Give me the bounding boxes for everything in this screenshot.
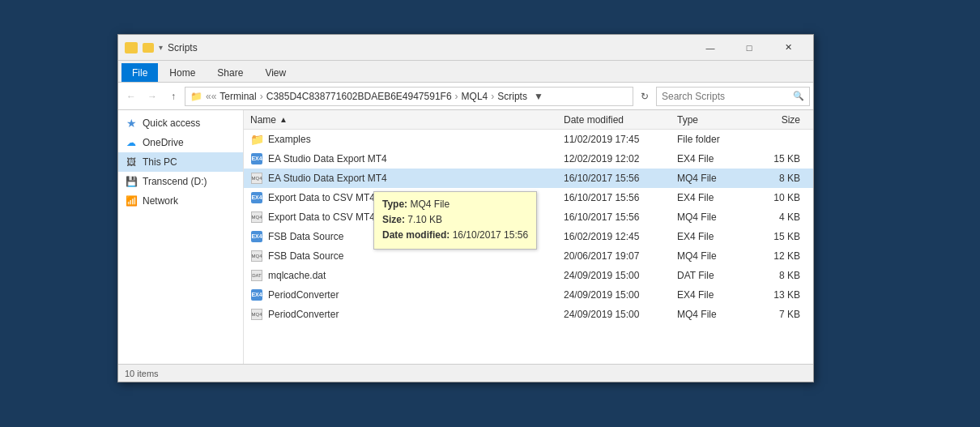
- address-path[interactable]: 📁 «« Terminal › C385D4C838771602BDAEB6E4…: [185, 87, 633, 106]
- file-name: EA Studio Data Export MT4: [268, 153, 564, 164]
- tab-home[interactable]: Home: [159, 63, 206, 82]
- star-icon: ★: [125, 117, 138, 130]
- file-size: 7 KB: [758, 309, 807, 320]
- window-title: Scripts: [168, 42, 198, 53]
- folder-icon-small: [143, 43, 154, 53]
- network-icon: 📶: [125, 194, 138, 207]
- up-button[interactable]: ↑: [164, 87, 183, 106]
- col-header-date[interactable]: Date modified: [564, 114, 677, 126]
- tooltip-type-label: Type:: [382, 199, 407, 210]
- sidebar-item-quick-access[interactable]: ★ Quick access: [118, 113, 243, 133]
- file-type: EX4 File: [677, 289, 758, 301]
- ribbon: File Home Share View: [118, 61, 813, 83]
- file-type: MQ4 File: [677, 211, 758, 223]
- sidebar-item-transcend[interactable]: 💾 Transcend (D:): [118, 172, 243, 191]
- path-hash[interactable]: C385D4C838771602BDAEB6E4947591F6: [266, 91, 452, 102]
- path-separator-1: ««: [206, 91, 216, 102]
- folder-icon-large: [125, 42, 138, 53]
- sidebar-item-this-pc[interactable]: 🖼 This PC: [118, 152, 243, 172]
- file-row-selected[interactable]: MQ4 EA Studio Data Export MT4 16/10/2017…: [244, 169, 813, 188]
- refresh-button[interactable]: ↻: [635, 87, 654, 106]
- path-icon: 📁: [190, 91, 202, 102]
- file-list: Name ▲ Date modified Type Size 📁 Example…: [244, 110, 813, 364]
- col-header-type[interactable]: Type: [677, 114, 758, 126]
- chevron-2: ›: [455, 91, 458, 102]
- path-mql4[interactable]: MQL4: [462, 91, 488, 102]
- close-button[interactable]: ✕: [769, 35, 807, 61]
- ex4-icon: EX4: [250, 288, 263, 301]
- file-date: 11/02/2019 17:45: [564, 134, 677, 145]
- sort-arrow: ▲: [279, 115, 288, 124]
- file-row[interactable]: 📁 Examples 11/02/2019 17:45 File folder: [244, 130, 813, 149]
- file-size: 8 KB: [758, 173, 807, 184]
- file-size: 12 KB: [758, 250, 807, 262]
- search-box[interactable]: 🔍: [656, 87, 810, 106]
- tooltip-type-value: MQ4 File: [410, 199, 450, 210]
- file-row[interactable]: MQ4 PeriodConverter 24/09/2019 15:00 MQ4…: [244, 305, 813, 324]
- maximize-button[interactable]: □: [731, 35, 768, 61]
- pc-icon: 🖼: [125, 156, 138, 169]
- file-tooltip: Type: MQ4 File Size: 7.10 KB Date modifi…: [373, 191, 537, 250]
- file-name: PeriodConverter: [268, 289, 564, 301]
- col-header-size[interactable]: Size: [758, 114, 807, 126]
- file-size: 15 KB: [758, 153, 807, 164]
- file-type: File folder: [677, 134, 758, 145]
- file-type: MQ4 File: [677, 250, 758, 262]
- forward-button[interactable]: →: [143, 87, 162, 106]
- tooltip-size-value: 7.10 KB: [407, 214, 442, 225]
- file-type: EX4 File: [677, 192, 758, 203]
- title-bar: ▾ Scripts — □ ✕: [118, 35, 813, 61]
- file-row[interactable]: MQ4 FSB Data Source 20/06/2017 19:07 MQ4…: [244, 246, 813, 266]
- file-row[interactable]: EX4 EA Studio Data Export MT4 12/02/2019…: [244, 149, 813, 169]
- tooltip-date-label: Date modified:: [382, 229, 450, 241]
- file-type: EX4 File: [677, 153, 758, 164]
- file-row[interactable]: EX4 PeriodConverter 24/09/2019 15:00 EX4…: [244, 285, 813, 305]
- sidebar-label-network: Network: [143, 195, 178, 207]
- sidebar-item-onedrive[interactable]: ☁ OneDrive: [118, 133, 243, 152]
- search-input[interactable]: [662, 91, 793, 102]
- tab-view[interactable]: View: [254, 63, 296, 82]
- mq4-icon: MQ4: [250, 172, 263, 185]
- file-name: EA Studio Data Export MT4: [268, 173, 564, 184]
- file-date: 20/06/2017 19:07: [564, 250, 677, 262]
- file-explorer-window: ▾ Scripts — □ ✕ File Home Share View ← →…: [117, 34, 814, 382]
- sidebar-label-transcend: Transcend (D:): [143, 176, 207, 187]
- mq4-icon: MQ4: [250, 250, 263, 263]
- path-terminal[interactable]: Terminal: [219, 91, 256, 102]
- status-bar: 10 items: [118, 364, 813, 382]
- file-name: PeriodConverter: [268, 309, 564, 320]
- file-type: DAT File: [677, 270, 758, 281]
- file-date: 12/02/2019 12:02: [564, 153, 677, 164]
- path-dropdown-arrow[interactable]: ▼: [534, 91, 543, 102]
- ex4-icon: EX4: [250, 191, 263, 204]
- main-content: ★ Quick access ☁ OneDrive 🖼 This PC 💾 Tr…: [118, 110, 813, 364]
- file-date: 16/10/2017 15:56: [564, 211, 677, 223]
- status-text: 10 items: [125, 369, 159, 378]
- ribbon-tabs: File Home Share View: [118, 61, 813, 82]
- file-type: MQ4 File: [677, 173, 758, 184]
- file-size: 8 KB: [758, 270, 807, 281]
- tooltip-date-value: 16/10/2017 15:56: [453, 229, 528, 241]
- sidebar-item-network[interactable]: 📶 Network: [118, 191, 243, 211]
- tooltip-size-label: Size:: [382, 214, 405, 225]
- path-scripts[interactable]: Scripts: [497, 91, 527, 102]
- sidebar-label-this-pc: This PC: [143, 156, 177, 168]
- back-button[interactable]: ←: [121, 87, 141, 106]
- file-type: MQ4 File: [677, 309, 758, 320]
- minimize-button[interactable]: —: [692, 35, 729, 61]
- ex4-icon: EX4: [250, 152, 263, 165]
- file-row[interactable]: DAT mqlcache.dat 24/09/2019 15:00 DAT Fi…: [244, 266, 813, 285]
- tab-file[interactable]: File: [121, 63, 158, 82]
- tab-share[interactable]: Share: [207, 63, 254, 82]
- col-header-name[interactable]: Name ▲: [250, 114, 564, 126]
- sidebar: ★ Quick access ☁ OneDrive 🖼 This PC 💾 Tr…: [118, 110, 244, 364]
- title-bar-left: ▾ Scripts: [125, 42, 692, 53]
- chevron-3: ›: [491, 91, 494, 102]
- file-size: 4 KB: [758, 211, 807, 223]
- file-name: mqlcache.dat: [268, 270, 564, 281]
- address-bar: ← → ↑ 📁 «« Terminal › C385D4C838771602BD…: [118, 83, 813, 110]
- sidebar-label-quick-access: Quick access: [143, 117, 200, 129]
- file-size: 10 KB: [758, 192, 807, 203]
- title-arrow: ▾: [159, 43, 163, 52]
- folder-icon: 📁: [250, 133, 263, 146]
